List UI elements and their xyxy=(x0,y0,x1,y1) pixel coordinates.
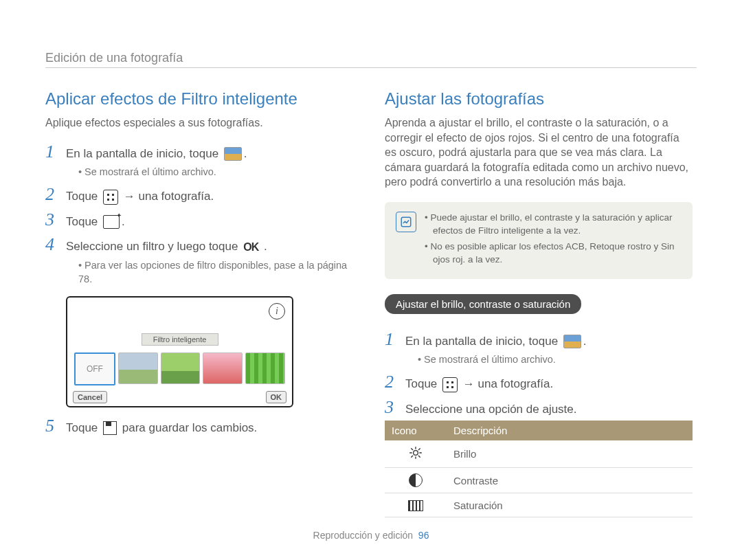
step-number: 2 xyxy=(45,186,66,203)
left-column: Aplicar efectos de Filtro inteligente Ap… xyxy=(45,89,353,439)
step-text: Seleccione un filtro y luego toque xyxy=(66,240,238,253)
step-text: En la pantalla de inicio, toque xyxy=(66,147,218,160)
table-row: Contraste xyxy=(385,468,693,493)
step-text: Toque xyxy=(66,215,98,228)
ok-button[interactable]: OK xyxy=(266,391,287,403)
filter-label: Filtro inteligente xyxy=(142,333,218,346)
filter-strip: OFF xyxy=(71,350,288,388)
step-text: Seleccione una opción de ajuste. xyxy=(405,403,577,416)
table-cell: Contraste xyxy=(447,468,693,493)
saturation-icon xyxy=(408,500,423,511)
grid-icon xyxy=(103,190,118,205)
note-list: Puede ajustar el brillo, el contraste y … xyxy=(425,212,682,269)
step-number: 5 xyxy=(45,417,66,435)
adjust-options-table: Icono Descripción Brillo Contraste Satur… xyxy=(385,421,693,517)
r-step-1: 1 En la pantalla de inicio, toque . xyxy=(385,331,693,350)
filter-thumb[interactable] xyxy=(118,352,158,384)
step-1: 1 En la pantalla de inicio, toque . xyxy=(45,143,353,163)
gallery-thumbnail-icon xyxy=(563,335,581,348)
note-icon xyxy=(396,212,416,232)
intro-right: Aprenda a ajustar el brillo, el contrast… xyxy=(385,115,693,190)
step-5: 5 Toque para guardar los cambios. xyxy=(45,417,353,437)
heading-adjust: Ajustar las fotografías xyxy=(385,89,693,109)
step-2: 2 Toque → una fotografía. xyxy=(45,186,353,205)
gallery-thumbnail-icon xyxy=(224,147,242,161)
save-icon xyxy=(103,421,117,435)
r-step-2: 2 Toque → una fotografía. xyxy=(385,373,693,393)
svg-line-7 xyxy=(418,456,420,458)
contrast-icon xyxy=(409,473,423,487)
filter-thumb[interactable] xyxy=(161,352,201,384)
table-cell: Brillo xyxy=(447,440,693,468)
step-text: → una fotografía. xyxy=(463,377,553,390)
brightness-icon xyxy=(409,450,423,462)
step-number: 1 xyxy=(385,331,405,348)
svg-point-1 xyxy=(414,451,418,456)
svg-line-9 xyxy=(418,449,420,450)
divider xyxy=(45,67,697,68)
filter-thumb[interactable] xyxy=(245,352,285,384)
ok-icon: OK xyxy=(243,239,258,256)
step-text: Toque xyxy=(405,377,437,390)
page-number: 96 xyxy=(418,530,429,541)
svg-line-8 xyxy=(412,456,413,458)
intro-left: Aplique efectos especiales a sus fotogra… xyxy=(45,115,353,131)
right-column: Ajustar las fotografías Aprenda a ajusta… xyxy=(385,89,693,517)
table-cell: Saturación xyxy=(447,493,693,517)
note-item: Puede ajustar el brillo, el contraste y … xyxy=(425,212,682,238)
filter-screen-mock: i Filtro inteligente OFF Cancel OK xyxy=(66,296,293,407)
step-4-sub: Para ver las opciones de filtro disponib… xyxy=(78,258,353,287)
cancel-button[interactable]: Cancel xyxy=(73,391,107,403)
step-text: Toque xyxy=(66,190,98,203)
grid-icon xyxy=(442,377,458,392)
table-row: Brillo xyxy=(385,440,693,468)
table-header-icon: Icono xyxy=(385,421,447,440)
step-number: 4 xyxy=(45,236,66,254)
info-icon[interactable]: i xyxy=(269,303,285,320)
note-item: No es posible aplicar los efectos ACB, R… xyxy=(425,240,682,267)
step-number: 3 xyxy=(385,399,405,416)
step-text: . xyxy=(244,147,247,160)
table-row: Saturación xyxy=(385,493,693,517)
edit-photo-icon xyxy=(103,215,120,229)
r-step-3: 3 Seleccione una opción de ajuste. xyxy=(385,399,693,418)
step-text: . xyxy=(583,335,587,348)
step-number: 1 xyxy=(45,143,66,161)
page-footer: Reproducción y edición 96 xyxy=(0,530,742,541)
step-1-sub: Se mostrará el último archivo. xyxy=(78,165,353,179)
manual-page: Edición de una fotografía Aplicar efecto… xyxy=(0,0,742,560)
step-text: . xyxy=(122,215,125,228)
r-step-1-sub: Se mostrará el último archivo. xyxy=(418,352,693,366)
step-3: 3 Toque . xyxy=(45,211,353,231)
heading-smart-filter: Aplicar efectos de Filtro inteligente xyxy=(45,89,353,109)
step-text: → una fotografía. xyxy=(124,190,214,203)
step-4: 4 Seleccione un filtro y luego toque OK … xyxy=(45,236,353,256)
note-box: Puede ajustar el brillo, el contraste y … xyxy=(385,202,693,279)
step-text: . xyxy=(264,240,267,253)
step-text: para guardar los cambios. xyxy=(122,421,258,434)
table-header-desc: Descripción xyxy=(447,421,693,440)
filter-thumb-off[interactable]: OFF xyxy=(74,352,115,385)
subsection-pill: Ajustar el brillo, contraste o saturació… xyxy=(385,294,581,314)
filter-thumb[interactable] xyxy=(203,352,243,384)
svg-line-6 xyxy=(412,449,413,450)
step-number: 3 xyxy=(45,211,66,229)
step-number: 2 xyxy=(385,373,405,391)
breadcrumb: Edición de una fotografía xyxy=(45,51,183,65)
footer-section: Reproducción y edición xyxy=(313,530,414,541)
step-text: Toque xyxy=(66,421,98,434)
step-text: En la pantalla de inicio, toque xyxy=(405,335,558,348)
